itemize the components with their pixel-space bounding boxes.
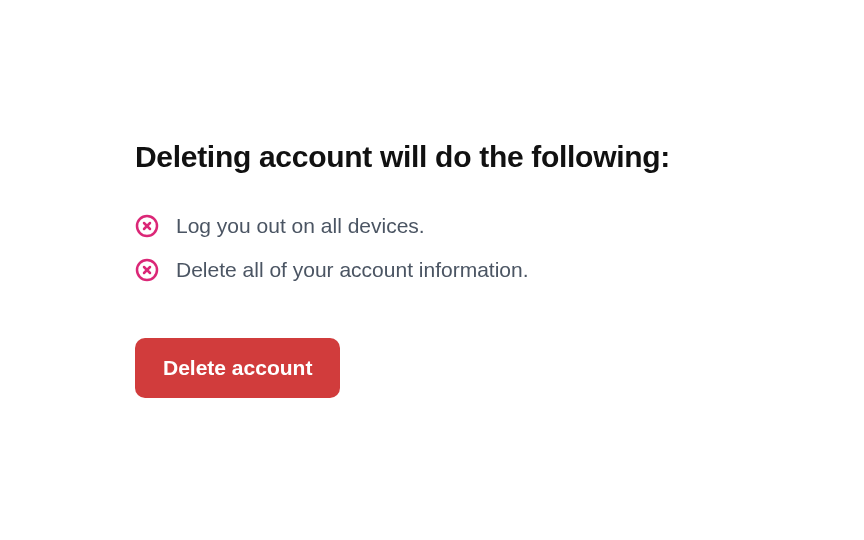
consequence-text: Log you out on all devices.: [176, 214, 425, 238]
consequence-text: Delete all of your account information.: [176, 258, 529, 282]
delete-account-heading: Deleting account will do the following:: [135, 140, 864, 174]
list-item: Delete all of your account information.: [135, 258, 864, 282]
x-circle-icon: [135, 214, 159, 238]
x-circle-icon: [135, 258, 159, 282]
delete-account-button[interactable]: Delete account: [135, 338, 340, 398]
consequences-list: Log you out on all devices. Delete all o…: [135, 214, 864, 282]
list-item: Log you out on all devices.: [135, 214, 864, 238]
